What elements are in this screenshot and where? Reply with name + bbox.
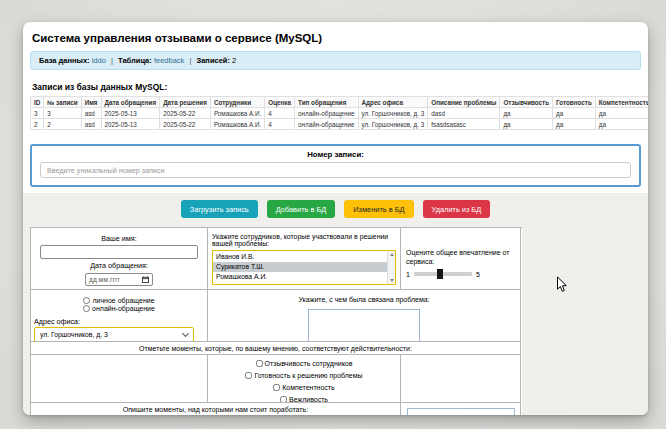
problem-label: Укажите, с чем была связана проблема: [208, 296, 520, 303]
employees-listbox[interactable]: Иванов И.В.Сурикатов Т.Ш.Ромашкова А.И. [212, 250, 396, 285]
table-cell: 4 [265, 119, 295, 130]
add-to-db-button[interactable]: Добавить в БД [267, 200, 336, 218]
records-table: ID№ записиИмяДата обращенияДата решенияС… [30, 96, 648, 130]
rating-max: 5 [476, 271, 480, 278]
listbox-scrollbar[interactable] [387, 251, 395, 284]
employee-option[interactable]: Ромашкова А.И. [213, 272, 388, 282]
contact-type-option[interactable]: онлайн-обращение [83, 305, 155, 312]
table-cell: онлайн-обращение [295, 119, 358, 130]
column-header: ID [31, 97, 44, 108]
rating-cell: Оцените общее впечатление от сервиса: 1 … [401, 228, 521, 290]
name-and-dates-cell: Ваше имя: Дата обращения: дд.мм.гггг Дат… [31, 228, 208, 290]
improve-header-cell: Опишите моменты, над которыми нам стоит … [31, 403, 401, 415]
date-request-input[interactable]: дд.мм.гггг [85, 273, 153, 286]
checkbox-label: Вежливость [289, 396, 328, 403]
column-header: Адрес офиса [358, 97, 428, 108]
table-cell: Ромашкова А.И. [210, 119, 264, 130]
table-cell: да [553, 119, 596, 130]
db-name: iddo [92, 56, 106, 65]
table-cell: fsasdsasasc [428, 119, 500, 130]
table-cell: asd [81, 119, 101, 130]
delete-from-db-button[interactable]: Удалить из БД [423, 200, 491, 218]
calendar-icon[interactable] [142, 276, 149, 283]
problem-cell: Укажите, с чем была связана проблема: [208, 290, 521, 342]
table-cell: ул. Горшочников, д. 3 [358, 119, 428, 130]
name-input[interactable] [40, 245, 198, 259]
scroll-up-icon[interactable] [390, 253, 394, 256]
quality-checkbox-item[interactable]: Компетентность [208, 382, 400, 394]
quality-checkbox-group: Отзывчивость сотрудниковГотовность к реш… [208, 355, 401, 403]
rating-slider[interactable] [414, 272, 472, 276]
separator: | [111, 56, 113, 65]
table-cell: 3 [44, 108, 81, 119]
quality-checkbox-item[interactable]: Отзывчивость сотрудников [208, 358, 400, 370]
table-cell: ул. Горшочников, д. 3 [358, 108, 428, 119]
date-placeholder: дд.мм.гггг [89, 276, 120, 283]
column-header: № записи [44, 97, 81, 108]
table-cell: 2025-05-13 [101, 119, 160, 130]
improve-textarea-cell [401, 403, 521, 415]
table-cell: Ромашкова А.И. [210, 108, 264, 119]
improve-textarea[interactable] [407, 408, 515, 415]
checkbox-label: Готовность к решению проблемы [254, 372, 362, 379]
table-cell: 2025-05-22 [160, 119, 211, 130]
separator: | [189, 56, 191, 65]
name-label: Ваше имя: [31, 234, 207, 243]
employees-label: Укажите сотрудников, которые участвовали… [212, 233, 388, 247]
employee-option[interactable]: Сурикатов Т.Ш. [213, 262, 388, 272]
record-number-label: Номер записи: [40, 150, 631, 159]
office-selected-value: ул. Горшочников, д. 3 [40, 331, 108, 338]
quality-checkbox[interactable] [245, 372, 252, 379]
table-cell: 3 [31, 108, 44, 119]
contact-type-group: личное обращениеонлайн-обращение [31, 297, 207, 312]
table-cell: asd [81, 108, 101, 119]
column-header: Дата решения [160, 97, 211, 108]
employee-option[interactable]: Иванов И.В. [213, 252, 388, 262]
problem-textarea[interactable] [308, 309, 420, 342]
checkbox-label: Компетентность [282, 384, 334, 391]
record-number-input[interactable] [40, 162, 631, 178]
checkbox-header: Отметьте моменты, которые, по вашему мне… [139, 345, 412, 352]
contact-type-option[interactable]: личное обращение [83, 297, 154, 304]
records-count-value: 2 [232, 56, 236, 65]
db-info-bar: База данных: iddo | Таблица: feedback | … [30, 51, 641, 70]
action-buttons: Загрузить записьДобавить в БДИзменить в … [30, 198, 641, 227]
column-header: Имя [81, 97, 101, 108]
quality-checkbox-item[interactable]: Вежливость [208, 394, 400, 403]
quality-checkbox[interactable] [280, 396, 287, 403]
form-section: Загрузить записьДобавить в БДИзменить в … [23, 193, 648, 415]
table-cell: онлайн-обращение [295, 108, 358, 119]
contact-type-radio[interactable] [83, 297, 90, 304]
rating-min: 1 [406, 271, 410, 278]
quality-checkbox[interactable] [256, 360, 263, 367]
records-table-header-row: ID№ записиИмяДата обращенияДата решенияС… [31, 97, 649, 108]
column-header: Тип обращения [295, 97, 358, 108]
table-cell: да [595, 108, 648, 119]
load-record-button[interactable]: Загрузить запись [181, 200, 258, 218]
scroll-down-icon[interactable] [390, 279, 394, 282]
column-header: Оценка [265, 97, 295, 108]
column-header: Отзывчивость [500, 97, 553, 108]
slider-thumb[interactable] [437, 269, 443, 279]
contact-type-radio[interactable] [83, 305, 90, 312]
table-label: Таблица: [118, 56, 152, 65]
mouse-cursor [556, 276, 568, 293]
table-row[interactable]: 22asd2025-05-132025-05-22Ромашкова А.И.4… [31, 119, 649, 130]
column-header: Дата обращения [101, 97, 160, 108]
feedback-form: Ваше имя: Дата обращения: дд.мм.гггг Дат… [30, 227, 522, 415]
records-heading: Записи из базы данных MySQL: [32, 82, 639, 92]
rating-slider-row: 1 5 [406, 271, 515, 278]
office-select[interactable]: ул. Горшочников, д. 3 [34, 327, 194, 342]
update-in-db-button[interactable]: Изменить в БД [344, 200, 413, 218]
date-request-label: Дата обращения: [31, 261, 207, 270]
app-window: Система управления отзывами о сервисе (M… [23, 22, 648, 415]
quality-checkbox[interactable] [273, 384, 280, 391]
table-cell: 2025-05-22 [160, 108, 211, 119]
table-name: feedback [154, 56, 184, 65]
column-header: Описание проблемы [428, 97, 500, 108]
empty-cell [31, 355, 208, 403]
contact-office-cell: личное обращениеонлайн-обращение Адрес о… [31, 290, 208, 342]
quality-checkbox-item[interactable]: Готовность к решению проблемы [208, 370, 400, 382]
office-label: Адрес офиса: [34, 317, 207, 326]
table-row[interactable]: 33asd2025-05-132025-05-22Ромашкова А.И.4… [31, 108, 649, 119]
